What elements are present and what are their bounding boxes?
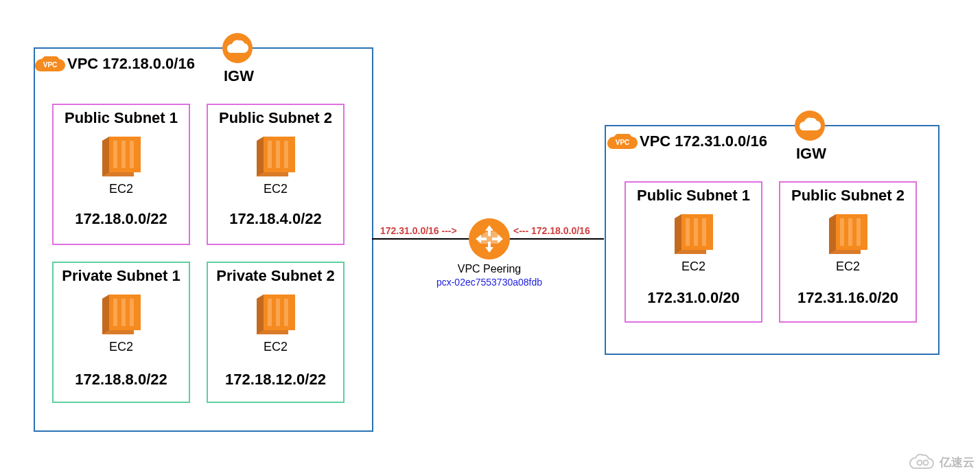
- subnet-title: Private Subnet 2: [208, 267, 343, 285]
- subnet-title: Public Subnet 2: [208, 109, 343, 127]
- vpc-peering-icon: [469, 218, 510, 259]
- vpc-a-pub2: Public Subnet 2 EC2 172.18.4.0/22: [207, 104, 345, 245]
- igw-icon: [795, 111, 825, 141]
- peer-line-left: [372, 238, 469, 240]
- vpc-b-pub1: Public Subnet 1 EC2 172.31.0.0/20: [625, 181, 762, 323]
- peer-line-right: [509, 238, 604, 240]
- ec2-label: EC2: [54, 340, 189, 354]
- igw-a-label: IGW: [224, 67, 254, 85]
- subnet-title: Public Subnet 1: [626, 187, 761, 205]
- ec2-icon: [780, 214, 915, 255]
- ec2-label: EC2: [208, 182, 343, 196]
- subnet-cidr: 172.18.4.0/22: [208, 210, 343, 228]
- ec2-label: EC2: [780, 259, 915, 274]
- watermark-logo-icon: [908, 454, 935, 470]
- subnet-cidr: 172.31.16.0/20: [780, 289, 915, 307]
- subnet-title: Public Subnet 1: [54, 109, 189, 127]
- vpc-badge-icon: [35, 56, 65, 73]
- subnet-cidr: 172.18.8.0/22: [54, 371, 189, 389]
- route-left: 172.31.0.0/16 --->: [380, 225, 457, 236]
- vpc-a-pub1: Public Subnet 1 EC2 172.18.0.0/22: [52, 104, 190, 245]
- ec2-icon: [54, 295, 189, 336]
- vpc-a-title: VPC 172.18.0.0/16: [67, 55, 195, 73]
- subnet-cidr: 172.18.12.0/22: [208, 371, 343, 389]
- peering-label: VPC Peering: [455, 263, 524, 275]
- watermark: 亿速云: [908, 454, 975, 470]
- ec2-icon: [208, 137, 343, 178]
- subnet-title: Public Subnet 2: [780, 187, 915, 205]
- route-right: <--- 172.18.0.0/16: [513, 225, 590, 236]
- peering-id: pcx-02ec7553730a08fdb: [426, 277, 552, 288]
- igw-icon: [222, 33, 253, 63]
- vpc-badge-icon: [607, 134, 638, 150]
- ec2-label: EC2: [54, 182, 189, 196]
- vpc-b-pub2: Public Subnet 2 EC2 172.31.16.0/20: [779, 181, 917, 323]
- vpc-a-priv1: Private Subnet 1 EC2 172.18.8.0/22: [52, 262, 190, 403]
- ec2-icon: [626, 214, 761, 255]
- subnet-cidr: 172.18.0.0/22: [54, 210, 189, 228]
- igw-b-label: IGW: [796, 145, 826, 163]
- vpc-a-priv2: Private Subnet 2 EC2 172.18.12.0/22: [207, 262, 345, 403]
- ec2-icon: [54, 137, 189, 178]
- ec2-label: EC2: [626, 259, 761, 274]
- subnet-title: Private Subnet 1: [54, 267, 189, 285]
- vpc-b-title: VPC 172.31.0.0/16: [640, 132, 767, 150]
- ec2-icon: [208, 295, 343, 336]
- watermark-text: 亿速云: [940, 454, 975, 470]
- subnet-cidr: 172.31.0.0/20: [626, 289, 761, 307]
- ec2-label: EC2: [208, 340, 343, 354]
